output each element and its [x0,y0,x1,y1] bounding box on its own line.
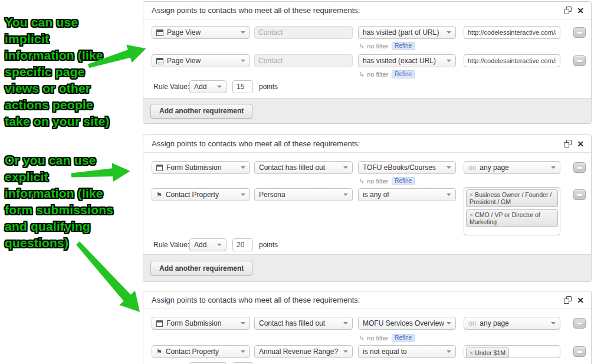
remove-row-button[interactable] [573,189,586,200]
chevron-down-icon [447,166,451,169]
remove-row-button[interactable] [573,55,586,66]
close-icon[interactable]: ✕ [577,140,584,148]
filter-subrow: ↳ no filter Refine [359,70,415,78]
page-scope-dropdown[interactable]: on any page [464,317,560,330]
remove-row-button[interactable] [573,27,586,38]
note-line: take on your site) [5,113,149,130]
note-line: specific page [5,64,149,80]
remove-row-button[interactable] [573,346,586,357]
note-line: explicit [5,169,149,185]
duplicate-icon[interactable] [564,296,572,304]
annotation-explicit-note: Or you can use explicit information (lik… [5,152,149,251]
refine-button[interactable]: Refine [392,42,415,50]
refine-button[interactable]: Refine [392,70,415,78]
annotation-implicit-note: You can use implicit information (like s… [5,14,149,130]
rule-type-dropdown[interactable]: Form Submission [152,317,250,330]
requirement-row: Form Submission Contact has filled out T… [143,161,591,174]
operator-label: has visited (exact URL) [363,57,436,65]
rule-type-dropdown[interactable]: Form Submission [152,161,250,174]
close-icon[interactable]: ✕ [577,6,584,15]
rule-action-dropdown[interactable]: Add [189,80,226,93]
remove-tag-icon[interactable]: × [470,211,473,218]
rule-type-label: Form Submission [166,319,221,327]
note-line: information (like [5,47,149,64]
form-select-label: TOFU eBooks/Courses [363,163,436,172]
property-dropdown[interactable]: Persona [254,188,353,201]
rule-value-row: Rule Value: Add points [143,238,591,251]
filled-out-label: Contact has filled out [259,163,325,172]
page-view-icon [156,58,163,64]
operator-dropdown[interactable]: has visited (part of URL) [358,26,456,39]
operator-label: is not equal to [363,347,407,356]
operator-label: is any of [363,191,389,199]
note-line: information (like [5,185,149,202]
points-input[interactable] [232,238,253,251]
rule-action-dropdown[interactable]: Add [189,238,226,251]
operator-dropdown[interactable]: is not equal to [358,345,456,358]
panel-title: Assign points to contacts who meet all o… [152,6,360,15]
rule-value-label: Rule Value: [153,80,189,93]
scoring-rule-panel-2: Assign points to contacts who meet all o… [143,135,592,282]
page-prefix-label: on [468,163,476,172]
points-unit-label: points [259,80,278,93]
filled-out-dropdown[interactable]: Contact has filled out [254,161,353,174]
remove-row-button[interactable] [573,162,586,173]
panel-footer: Add another requirement [143,98,591,123]
filter-status: no filter [367,178,388,185]
rule-type-dropdown[interactable]: ⚑ Contact Property [152,345,250,358]
page-scope-dropdown[interactable]: on any page [464,161,560,174]
tag-label: Under $1M [475,349,505,356]
url-input[interactable] [464,54,560,67]
chevron-down-icon [343,166,348,169]
property-label: Persona [259,191,285,199]
tag-value-box[interactable]: ×Business Owner / Founder / President / … [464,187,560,235]
operator-dropdown[interactable]: is any of [358,188,456,201]
rule-type-label: Form Submission [166,163,221,172]
page-view-icon [156,29,163,36]
url-input[interactable] [464,26,560,39]
branch-arrow-icon: ↳ [359,42,365,50]
requirement-row: Form Submission Contact has filled out M… [143,317,591,330]
remove-tag-icon[interactable]: × [470,191,473,198]
note-line: Or you can use [5,152,149,169]
note-line: questions) [5,235,149,251]
duplicate-icon[interactable] [564,6,572,14]
add-requirement-button[interactable]: Add another requirement [150,104,252,119]
rule-type-dropdown[interactable]: ⚑ Contact Property [152,188,250,201]
filled-out-label: Contact has filled out [259,319,325,327]
operator-dropdown[interactable]: has visited (exact URL) [358,54,456,67]
form-submission-icon [156,165,163,171]
rule-type-dropdown[interactable]: Page View [152,54,250,67]
rule-value-label: Rule Value: [153,238,189,251]
refine-button[interactable]: Refine [392,177,415,185]
remove-row-button[interactable] [573,318,586,329]
tag-label: Business Owner / Founder / President / G… [470,191,552,205]
rule-type-dropdown[interactable]: Page View [152,26,250,39]
page-prefix-label: on [468,319,476,327]
remove-tag-icon[interactable]: × [470,349,473,356]
chevron-down-icon [241,194,245,196]
tag-value-box[interactable]: ×Under $1M [464,345,560,358]
rule-value-row: Rule Value: Add points [143,80,591,93]
close-icon[interactable]: ✕ [577,296,584,304]
page-scope-label: any page [480,319,508,327]
form-select-dropdown[interactable]: MOFU Services Overview [358,317,456,330]
refine-button[interactable]: Refine [392,334,415,342]
points-unit-label: points [259,238,278,251]
chevron-down-icon [241,166,245,169]
property-label: Annual Revenue Range? [259,347,338,356]
property-dropdown[interactable]: Annual Revenue Range? [254,345,353,358]
chevron-down-icon [241,60,245,62]
form-select-dropdown[interactable]: TOFU eBooks/Courses [358,161,456,174]
contact-field [254,54,353,67]
requirement-row: Page View has visited (exact URL) [143,54,591,67]
filter-subrow: ↳ no filter Refine [359,42,415,50]
note-line: implicit [5,31,149,47]
rule-type-label: Page View [167,57,201,65]
filled-out-dropdown[interactable]: Contact has filled out [254,317,353,330]
points-input[interactable] [232,80,253,93]
branch-arrow-icon: ↳ [359,71,365,78]
add-requirement-button[interactable]: Add another requirement [150,261,252,276]
duplicate-icon[interactable] [564,140,572,147]
chevron-down-icon [241,350,245,353]
